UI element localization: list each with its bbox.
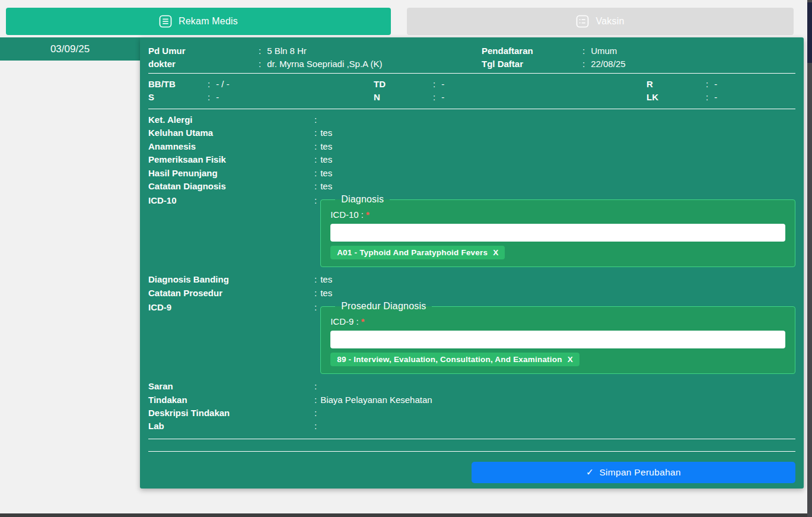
s-value: - bbox=[216, 91, 219, 104]
icd10-input[interactable] bbox=[330, 224, 785, 242]
colon: : bbox=[314, 126, 317, 139]
colon: : bbox=[582, 45, 585, 58]
bbtb-value: - / - bbox=[216, 78, 230, 91]
tindakan-value: Biaya Pelayanan Kesehatan bbox=[320, 394, 432, 407]
patient-header: Pd Umur : 5 Bln 8 Hr dokter : dr. Myrna … bbox=[148, 45, 795, 71]
td-label: TD bbox=[374, 78, 433, 91]
vitals-grid: BB/TB : - / - TD : - R : - S : - N : bbox=[148, 76, 795, 106]
tgl-daftar-label: Tgl Daftar bbox=[482, 58, 582, 71]
medical-record-panel: Pd Umur : 5 Bln 8 Hr dokter : dr. Myrna … bbox=[140, 37, 804, 489]
dokter-row: dokter : dr. Myrna Soepriadi ,Sp.A (K) bbox=[148, 58, 482, 71]
lab-row: Lab : bbox=[148, 420, 795, 433]
colon: : bbox=[706, 91, 708, 104]
colon: : bbox=[314, 194, 317, 207]
s-row: S : - bbox=[148, 91, 374, 104]
n-row: N : - bbox=[374, 91, 647, 104]
icd10-input-label-text: ICD-10 : bbox=[330, 210, 364, 220]
td-row: TD : - bbox=[374, 78, 647, 91]
tgl-daftar-value: 22/08/25 bbox=[591, 58, 625, 71]
colon: : bbox=[208, 91, 210, 104]
required-asterisk: * bbox=[366, 210, 370, 220]
icd10-chip-label: A01 - Typhoid And Paratyphoid Fevers bbox=[337, 248, 488, 257]
separator bbox=[148, 73, 795, 74]
tab-vaksin-label: Vaksin bbox=[596, 16, 624, 27]
catatan-prosedur-label: Catatan Prosedur bbox=[148, 287, 314, 300]
colon: : bbox=[314, 153, 317, 166]
hasil-penunjang-row: Hasil Penunjang : tes bbox=[148, 167, 795, 180]
colon: : bbox=[314, 273, 317, 286]
catatan-prosedur-row: Catatan Prosedur : tes bbox=[148, 287, 795, 300]
r-row: R : - bbox=[647, 78, 795, 91]
tindakan-row: Tindakan : Biaya Pelayanan Kesehatan bbox=[148, 394, 795, 407]
dokter-value: dr. Myrna Soepriadi ,Sp.A (K) bbox=[267, 58, 382, 71]
page-scrollbar[interactable] bbox=[807, 0, 812, 517]
icd9-selected-chip[interactable]: 89 - Interview, Evaluation, Consultation… bbox=[330, 353, 579, 366]
icd10-row-label: ICD-10 bbox=[148, 194, 314, 207]
colon: : bbox=[208, 78, 210, 91]
tab-rekam-medis[interactable]: Rekam Medis bbox=[6, 8, 391, 35]
catatan-prosedur-value: tes bbox=[320, 287, 332, 300]
diagnosis-banding-row: Diagnosis Banding : tes bbox=[148, 273, 795, 286]
catatan-diagnosis-label: Catatan Diagnosis bbox=[148, 180, 314, 193]
visit-date-item[interactable]: 03/09/25 bbox=[0, 37, 140, 61]
scrollbar-thumb[interactable] bbox=[807, 2, 812, 63]
hasil-penunjang-value: tes bbox=[320, 167, 332, 180]
lk-label: LK bbox=[647, 91, 706, 104]
s-label: S bbox=[148, 91, 208, 104]
tab-vaksin[interactable]: Vaksin bbox=[407, 8, 794, 35]
td-value: - bbox=[441, 78, 444, 91]
colon: : bbox=[314, 407, 317, 420]
colon: : bbox=[314, 301, 317, 314]
colon: : bbox=[314, 167, 317, 180]
colon: : bbox=[259, 45, 261, 58]
deskripsi-tindakan-row: Deskripsi Tindakan : bbox=[148, 407, 795, 420]
icd10-chip-remove[interactable]: X bbox=[493, 248, 498, 257]
lk-value: - bbox=[714, 91, 717, 104]
saran-label: Saran bbox=[148, 380, 314, 393]
diagnosis-banding-label: Diagnosis Banding bbox=[148, 273, 314, 286]
required-asterisk: * bbox=[361, 316, 365, 326]
icd9-input-label: ICD-9 :* bbox=[330, 316, 785, 326]
save-changes-label: Simpan Perubahan bbox=[599, 467, 681, 478]
tgl-daftar-row: Tgl Daftar : 22/08/25 bbox=[482, 58, 795, 71]
colon: : bbox=[259, 58, 261, 71]
ket-alergi-row: Ket. Alergi : bbox=[148, 113, 795, 126]
colon: : bbox=[314, 113, 317, 126]
colon: : bbox=[433, 78, 435, 91]
separator bbox=[148, 109, 795, 109]
anamnesis-label: Anamnesis bbox=[148, 140, 314, 153]
colon: : bbox=[433, 91, 435, 104]
icd9-chip-remove[interactable]: X bbox=[568, 355, 573, 364]
n-label: N bbox=[374, 91, 433, 104]
icd9-row-label: ICD-9 bbox=[148, 301, 314, 314]
record-details: Ket. Alergi : Keluhan Utama : tes Anamne… bbox=[148, 113, 795, 433]
colon: : bbox=[582, 58, 585, 71]
check-icon: ✓ bbox=[586, 467, 594, 478]
n-value: - bbox=[441, 91, 444, 104]
catatan-diagnosis-row: Catatan Diagnosis : tes bbox=[148, 180, 795, 193]
pendaftaran-label: Pendaftaran bbox=[482, 45, 582, 58]
ket-alergi-label: Ket. Alergi bbox=[148, 113, 314, 126]
diagnosis-fieldset-title: Diagnosis bbox=[335, 194, 390, 205]
hasil-penunjang-label: Hasil Penunjang bbox=[148, 167, 314, 180]
lk-row: LK : - bbox=[647, 91, 795, 104]
prosedur-fieldset-title: Prosedur Diagnosis bbox=[335, 301, 432, 312]
catatan-diagnosis-value: tes bbox=[320, 180, 332, 193]
keluhan-utama-label: Keluhan Utama bbox=[148, 126, 314, 139]
colon: : bbox=[314, 180, 317, 193]
pemeriksaan-fisik-value: tes bbox=[320, 153, 332, 166]
vaccine-checklist-icon bbox=[576, 15, 589, 28]
colon: : bbox=[314, 420, 317, 433]
save-changes-button[interactable]: ✓ Simpan Perubahan bbox=[472, 462, 795, 483]
icd10-row: ICD-10 : Diagnosis ICD-10 :* A01 - Typho… bbox=[148, 194, 795, 267]
pd-umur-row: Pd Umur : 5 Bln 8 Hr bbox=[148, 45, 482, 58]
colon: : bbox=[314, 287, 317, 300]
pendaftaran-row: Pendaftaran : Umum bbox=[482, 45, 795, 58]
icd10-input-label: ICD-10 :* bbox=[330, 210, 785, 220]
separator bbox=[148, 439, 795, 439]
icd10-selected-chip[interactable]: A01 - Typhoid And Paratyphoid Fevers X bbox=[330, 246, 505, 259]
bottom-taskbar-edge bbox=[0, 513, 807, 517]
pendaftaran-value: Umum bbox=[591, 45, 617, 58]
icd9-chip-label: 89 - Interview, Evaluation, Consultation… bbox=[337, 355, 562, 364]
icd9-input[interactable] bbox=[330, 331, 785, 348]
